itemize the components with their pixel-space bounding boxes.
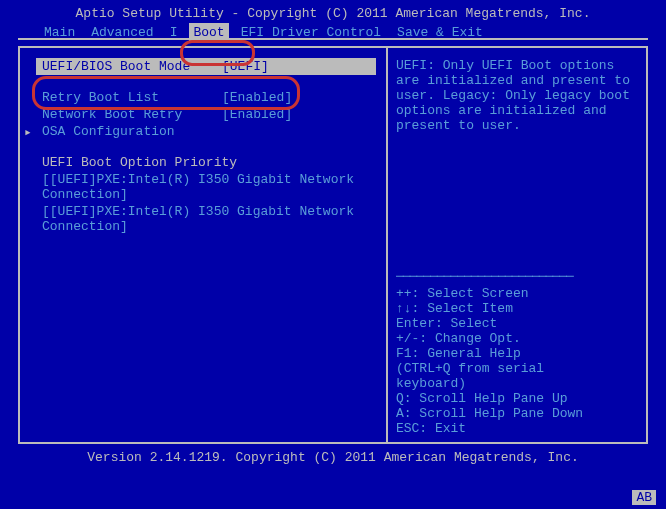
hint-ctrlq1: (CTRL+Q from serial xyxy=(396,361,640,376)
help-pane: UEFI: Only UEFI Boot options are initial… xyxy=(388,48,646,442)
setting-boot-mode[interactable]: UEFI/BIOS Boot Mode [UEFI] xyxy=(36,58,376,75)
main-frame: UEFI/BIOS Boot Mode [UEFI] Retry Boot Li… xyxy=(18,46,648,444)
hint-scroll-down: A: Scroll Help Pane Down xyxy=(396,406,640,421)
footer: Version 2.14.1219. Copyright (C) 2011 Am… xyxy=(0,444,666,471)
title-text: Aptio Setup Utility - Copyright (C) 2011… xyxy=(76,6,591,21)
setting-label: Network Boot Retry xyxy=(42,107,222,122)
setting-osa-config[interactable]: ▸ OSA Configuration xyxy=(26,123,380,140)
spacer xyxy=(26,75,380,89)
hint-scroll-up: Q: Scroll Help Pane Up xyxy=(396,391,640,406)
help-text: UEFI: Only UEFI Boot options are initial… xyxy=(396,58,640,267)
settings-pane: UEFI/BIOS Boot Mode [UEFI] Retry Boot Li… xyxy=(20,48,388,442)
hint-divider: ────────────────────────── xyxy=(396,269,640,284)
hint-change-opt: +/-: Change Opt. xyxy=(396,331,640,346)
hint-select-item: ↑↓: Select Item xyxy=(396,301,640,316)
submenu-arrow-icon: ▸ xyxy=(24,124,32,140)
title-bar: Aptio Setup Utility - Copyright (C) 2011… xyxy=(0,0,666,23)
footer-text: Version 2.14.1219. Copyright (C) 2011 Am… xyxy=(87,450,578,465)
setting-value: [Enabled] xyxy=(222,90,292,105)
setting-label: OSA Configuration xyxy=(42,124,222,139)
spacer xyxy=(26,140,380,154)
key-hints: ++: Select Screen ↑↓: Select Item Enter:… xyxy=(396,286,640,436)
setting-network-retry[interactable]: Network Boot Retry [Enabled] xyxy=(26,106,380,123)
hint-esc: ESC: Exit xyxy=(396,421,640,436)
boot-option-1[interactable]: [[UEFI]PXE:Intel(R) I350 Gigabit Network… xyxy=(26,171,380,203)
hint-select-screen: ++: Select Screen xyxy=(396,286,640,301)
setting-retry-list[interactable]: Retry Boot List [Enabled] xyxy=(26,89,380,106)
setting-label: UEFI/BIOS Boot Mode xyxy=(42,59,222,74)
setting-value: [Enabled] xyxy=(222,107,292,122)
hint-enter: Enter: Select xyxy=(396,316,640,331)
setting-value: [UEFI] xyxy=(222,59,269,74)
setting-label: Retry Boot List xyxy=(42,90,222,105)
boot-priority-heading: UEFI Boot Option Priority xyxy=(26,154,380,171)
hint-ctrlq2: keyboard) xyxy=(396,376,640,391)
corner-label: AB xyxy=(632,490,656,505)
menu-bar: Main Advanced I Boot EFI Driver Control … xyxy=(0,23,666,46)
boot-option-2[interactable]: [[UEFI]PXE:Intel(R) I350 Gigabit Network… xyxy=(26,203,380,235)
hint-f1: F1: General Help xyxy=(396,346,640,361)
